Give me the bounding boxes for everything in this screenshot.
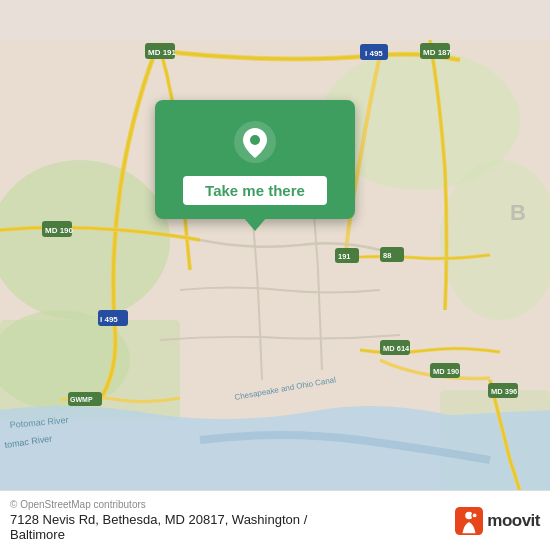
svg-text:MD 396: MD 396 — [491, 387, 517, 396]
map-container: Potomac River Chesapeake and Ohio Canal — [0, 0, 550, 550]
svg-point-34 — [250, 135, 260, 145]
moovit-icon — [455, 507, 483, 535]
svg-text:B: B — [510, 200, 526, 225]
svg-text:MD 190: MD 190 — [433, 367, 459, 376]
svg-text:191: 191 — [338, 252, 351, 261]
address-text-line2: Baltimore — [10, 527, 65, 542]
svg-text:I 495: I 495 — [365, 49, 383, 58]
location-pin-icon — [233, 120, 277, 164]
address-text: 7128 Nevis Rd, Bethesda, MD 20817, Washi… — [10, 512, 307, 527]
moovit-logo: moovit — [455, 507, 540, 535]
moovit-brand-text: moovit — [487, 511, 540, 531]
svg-text:I 495: I 495 — [100, 315, 118, 324]
svg-text:GWMP: GWMP — [70, 396, 93, 403]
svg-point-38 — [473, 513, 477, 517]
svg-text:MD 190: MD 190 — [45, 226, 74, 235]
map-background: Potomac River Chesapeake and Ohio Canal — [0, 0, 550, 550]
popup-card: Take me there — [155, 100, 355, 219]
svg-text:MD 614: MD 614 — [383, 344, 410, 353]
address-line: 7128 Nevis Rd, Bethesda, MD 20817, Washi… — [10, 512, 307, 542]
info-bar: © OpenStreetMap contributors 7128 Nevis … — [0, 490, 550, 550]
map-attribution: © OpenStreetMap contributors — [10, 499, 307, 510]
svg-text:MD 191: MD 191 — [148, 48, 177, 57]
svg-text:MD 187: MD 187 — [423, 48, 452, 57]
take-me-there-button[interactable]: Take me there — [183, 176, 327, 205]
info-text-block: © OpenStreetMap contributors 7128 Nevis … — [10, 499, 307, 542]
svg-text:88: 88 — [383, 251, 391, 260]
location-icon-wrapper — [231, 118, 279, 166]
